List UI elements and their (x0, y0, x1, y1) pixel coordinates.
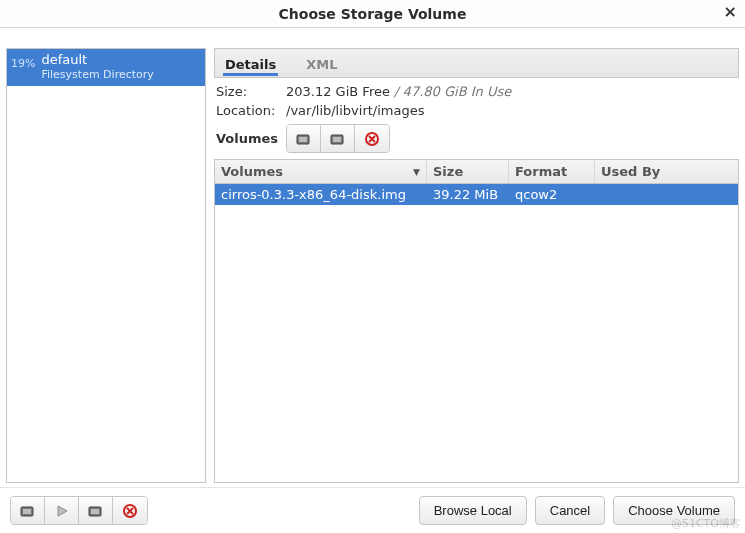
location-row: Location: /var/lib/libvirt/images (216, 103, 735, 118)
cell-used-by (595, 184, 738, 205)
size-sep: / (390, 84, 403, 99)
pool-action-buttons (10, 496, 148, 525)
tab-xml[interactable]: XML (304, 51, 339, 76)
titlebar: Choose Storage Volume × (0, 0, 745, 28)
pool-name: default (41, 52, 153, 68)
delete-icon (365, 132, 379, 146)
volumes-header: Volumes (216, 124, 735, 153)
right-pane: Details XML Size: 203.12 GiB Free / 47.8… (214, 34, 739, 483)
volume-table-header: Volumes ▼ Size Format Used By (215, 160, 738, 184)
cell-name: cirros-0.3.3-x86_64-disk.img (215, 184, 427, 205)
delete-pool-button[interactable] (113, 497, 147, 524)
delete-volume-button[interactable] (355, 125, 389, 152)
window-title: Choose Storage Volume (279, 6, 467, 22)
stop-pool-icon (88, 504, 104, 518)
refresh-volumes-button[interactable] (321, 125, 355, 152)
new-volume-button[interactable] (287, 125, 321, 152)
close-icon[interactable]: × (724, 2, 737, 21)
volume-table: Volumes ▼ Size Format Used By cirros-0.3… (214, 159, 739, 483)
size-used: 47.80 GiB In Use (403, 84, 512, 99)
svg-rect-3 (333, 137, 341, 142)
tabbar: Details XML (214, 48, 739, 78)
location-label: Location: (216, 103, 286, 118)
svg-marker-7 (58, 506, 67, 516)
col-size[interactable]: Size (427, 160, 509, 183)
details-body: Size: 203.12 GiB Free / 47.80 GiB In Use… (214, 78, 739, 159)
size-free: 203.12 GiB Free (286, 84, 390, 99)
col-volumes-label: Volumes (221, 164, 283, 179)
volume-action-buttons (286, 124, 390, 153)
pool-type: Filesystem Directory (41, 68, 153, 81)
content-area: 19% default Filesystem Directory Details… (0, 28, 745, 487)
pool-text: default Filesystem Directory (41, 52, 153, 81)
choose-volume-button[interactable]: Choose Volume (613, 496, 735, 525)
cell-size: 39.22 MiB (427, 184, 509, 205)
svg-rect-9 (91, 509, 99, 514)
stop-pool-button[interactable] (79, 497, 113, 524)
col-volumes[interactable]: Volumes ▼ (215, 160, 427, 183)
browse-local-button[interactable]: Browse Local (419, 496, 527, 525)
pool-item-default[interactable]: 19% default Filesystem Directory (7, 49, 205, 86)
pool-list[interactable]: 19% default Filesystem Directory (6, 48, 206, 483)
start-pool-button[interactable] (45, 497, 79, 524)
size-row: Size: 203.12 GiB Free / 47.80 GiB In Use (216, 84, 735, 99)
sort-desc-icon: ▼ (413, 167, 420, 177)
add-pool-button[interactable] (11, 497, 45, 524)
refresh-icon (330, 132, 346, 146)
add-pool-icon (20, 504, 36, 518)
volumes-label: Volumes (216, 131, 278, 146)
table-row[interactable]: cirros-0.3.3-x86_64-disk.img 39.22 MiB q… (215, 184, 738, 205)
size-label: Size: (216, 84, 286, 99)
svg-rect-1 (299, 137, 307, 142)
tab-details[interactable]: Details (223, 51, 278, 76)
cell-format: qcow2 (509, 184, 595, 205)
col-format[interactable]: Format (509, 160, 595, 183)
pool-usage-pct: 19% (11, 57, 35, 70)
play-icon (55, 504, 69, 518)
bottom-bar: Browse Local Cancel Choose Volume (0, 487, 745, 533)
col-used-by[interactable]: Used By (595, 160, 738, 183)
location-value: /var/lib/libvirt/images (286, 103, 425, 118)
volume-table-body[interactable]: cirros-0.3.3-x86_64-disk.img 39.22 MiB q… (215, 184, 738, 482)
delete-pool-icon (123, 504, 137, 518)
cancel-button[interactable]: Cancel (535, 496, 605, 525)
size-value: 203.12 GiB Free / 47.80 GiB In Use (286, 84, 511, 99)
pool-pane: 19% default Filesystem Directory (6, 48, 206, 483)
svg-rect-6 (23, 509, 31, 514)
new-volume-icon (296, 132, 312, 146)
